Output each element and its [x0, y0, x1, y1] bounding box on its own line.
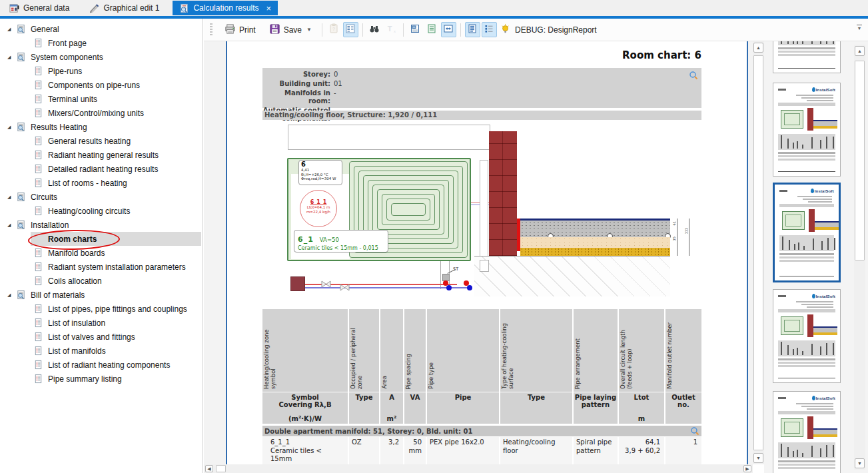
report-group-icon	[16, 24, 28, 34]
scroll-left-button[interactable]: ◀	[205, 465, 213, 472]
tree-item-room-charts[interactable]: Room charts	[0, 232, 203, 246]
report-icon	[33, 178, 45, 188]
tree-item-terminal-units[interactable]: Terminal units	[0, 92, 203, 106]
tree-item-pipe-summary-listing[interactable]: Pipe summary listing	[0, 372, 203, 386]
subheader-cell: VA	[404, 392, 427, 424]
th-wall	[807, 108, 813, 131]
th-rows	[778, 152, 835, 161]
page-thumbnail-5[interactable]: InstalSoft	[773, 391, 841, 473]
scrollbar-thumb[interactable]	[216, 465, 226, 472]
th-wall	[809, 209, 815, 232]
manifold-return-dot	[467, 285, 472, 290]
tree-item-front-page[interactable]: Front page	[0, 36, 203, 50]
tree-item-list-of-pipes-pipe-fittings-and-couplings[interactable]: List of pipes, pipe fittings and couplin…	[0, 302, 203, 316]
thumbnail-drawing	[778, 314, 835, 338]
tree-item-list-of-manifolds[interactable]: List of manifolds	[0, 344, 203, 358]
tree-item-pipe-runs[interactable]: Pipe-runs	[0, 64, 203, 78]
tree-item-mixers-control-mixing-units[interactable]: Mixers/Control/mixing units	[0, 106, 203, 120]
page-layout-button[interactable]	[465, 22, 480, 37]
page-green-icon	[426, 23, 437, 36]
debug-report-chip[interactable]: DEBUG: DesignReport	[500, 23, 597, 37]
expand-caret-icon[interactable]: ◢	[7, 27, 16, 32]
column-header-area: Area	[380, 309, 404, 392]
th-bar	[778, 103, 835, 106]
expand-caret-icon[interactable]: ◢	[7, 125, 16, 130]
toolbar-grip[interactable]	[210, 23, 213, 37]
shtop: A	[381, 394, 402, 401]
close-icon[interactable]: ×	[266, 4, 271, 13]
page-thumbnail-1[interactable]: InstalSoft	[773, 41, 841, 73]
tree-group-circuits[interactable]: ◢Circuits	[0, 190, 203, 204]
scroll-down-button[interactable]: ▼	[855, 458, 865, 468]
tab-bar: General dataGraphical edit 1Calculation …	[0, 0, 868, 19]
report-group-icon	[16, 220, 28, 230]
tree-item-list-of-radiant-heating-components[interactable]: List of radiant heating components	[0, 358, 203, 372]
tree-item-heating-cooling-circuits[interactable]: Heating/cooling circuits	[0, 204, 203, 218]
tree-item-radiant-heating-general-results[interactable]: Radiant heating general results	[0, 148, 203, 162]
page-width-icon	[443, 23, 454, 36]
rotated-header-text: Pipe type	[428, 362, 435, 389]
page-thumbnail-2[interactable]: InstalSoft	[773, 83, 841, 177]
fit-width-button[interactable]	[441, 22, 456, 37]
scroll-up-button[interactable]: ▲	[855, 46, 865, 56]
table-cell: 6_1_1Ceramic tiles < 15mm- 0,015	[262, 437, 349, 464]
tree-group-installation[interactable]: ◢Installation	[0, 218, 203, 232]
tree-item-components-on-pipe-runs[interactable]: Components on pipe-runs	[0, 78, 203, 92]
th-tick	[781, 342, 782, 355]
expand-caret-icon[interactable]: ◢	[7, 195, 16, 200]
room-outline	[288, 125, 490, 150]
thumbnails-scrollbar[interactable]: ▲ ▼	[854, 45, 865, 470]
magnifier-icon[interactable]	[690, 426, 699, 436]
print-button[interactable]: Print	[218, 21, 262, 39]
tree-item-coils-allocation[interactable]: Coils allocation	[0, 274, 203, 288]
report-toolbar: Print Save ▼ ?Tx DEBUG: DesignReport ▼	[204, 19, 868, 41]
continuous-view-button[interactable]	[424, 22, 440, 37]
tree-item-general-results-heating[interactable]: General results heating	[0, 134, 203, 148]
tree-group-bill-of-materials[interactable]: ◢Bill of materials	[0, 288, 203, 302]
tab-graphical-edit-1[interactable]: Graphical edit 1	[83, 1, 166, 15]
svg-text:T: T	[388, 25, 392, 33]
scroll-up-button[interactable]: ▲	[753, 43, 763, 53]
info-label: Manifolds in room:	[262, 89, 330, 105]
expand-caret-icon[interactable]: ◢	[7, 55, 16, 60]
scrollbar-thumb[interactable]	[753, 55, 763, 450]
dimension-label: 111	[684, 228, 688, 235]
tree-item-detailed-radiant-heating-results[interactable]: Detailed radiant heating results	[0, 162, 203, 176]
dline: 3,2	[383, 438, 399, 447]
tab-calculation-results[interactable]: Calculation results×	[173, 1, 278, 15]
room-info-block: Storey:0Building unit:01Manifolds in roo…	[262, 68, 701, 108]
toolbar-overflow-button[interactable]: ▼	[855, 25, 863, 31]
dline: 3,9 + 60,2	[622, 447, 660, 456]
tree-group-system-components[interactable]: ◢System components	[0, 50, 203, 64]
tree-item-manifold-boards[interactable]: Manifold boards	[0, 246, 203, 260]
tree-item-list-of-rooms-heating[interactable]: List of rooms - heating	[0, 176, 203, 190]
find-button[interactable]	[367, 22, 382, 37]
report-structure-button[interactable]	[343, 22, 358, 37]
page-view-button[interactable]	[408, 22, 423, 37]
tree-group-results-heating[interactable]: ◢Results Heating	[0, 120, 203, 134]
page-thumbnail-4[interactable]: InstalSoft	[773, 289, 841, 383]
zone-covering: Ceramic tiles < 15mm - 0,015	[298, 245, 384, 251]
th-tick	[787, 41, 789, 44]
tree-group-general[interactable]: ◢General	[0, 22, 203, 36]
scrollbar-thumb[interactable]	[855, 61, 865, 260]
magnifier-icon[interactable]	[689, 70, 698, 79]
expand-caret-icon[interactable]: ◢	[7, 223, 16, 228]
save-button[interactable]: Save ▼	[262, 21, 318, 39]
scroll-down-button[interactable]: ▼	[753, 453, 763, 463]
preview-horizontal-scrollbar[interactable]: ◀ ▶	[204, 464, 753, 473]
outline-button[interactable]	[482, 22, 497, 37]
preview-vertical-scrollbar[interactable]: ▲ ▼	[753, 41, 764, 464]
tree-item-list-of-insulation[interactable]: List of insulation	[0, 316, 203, 330]
page-thumbnail-3[interactable]: InstalSoft	[773, 183, 841, 282]
valve-icon	[321, 280, 331, 288]
th-tick	[834, 238, 835, 250]
expand-caret-icon[interactable]: ◢	[7, 292, 16, 298]
scroll-right-button[interactable]: ▶	[743, 465, 751, 472]
report-icon	[33, 332, 45, 342]
tree-item-radiant-system-installation-parameters[interactable]: Radiant system installation parameters	[0, 260, 203, 274]
tab-general-data[interactable]: General data	[3, 1, 76, 15]
tree-item-list-of-valves-and-fittings[interactable]: List of valves and fittings	[0, 330, 203, 344]
instalsoft-logo: InstalSoft	[812, 294, 835, 298]
th-il	[807, 100, 833, 101]
